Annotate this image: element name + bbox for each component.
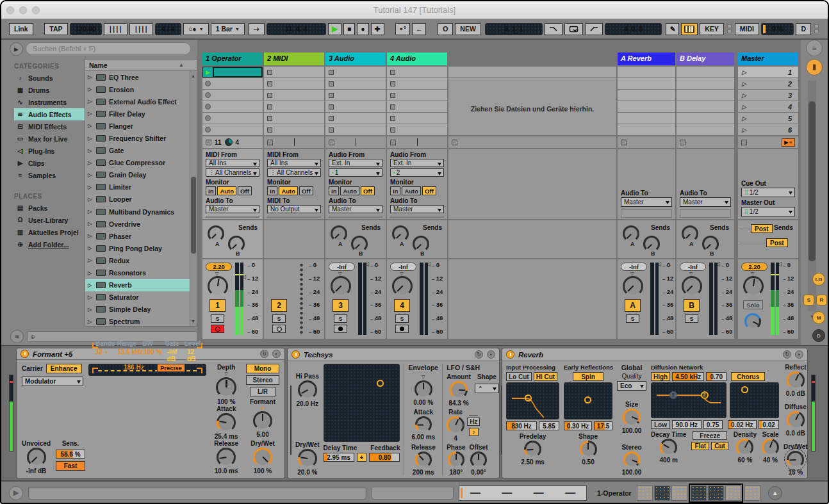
- send-a-knob[interactable]: [623, 225, 639, 242]
- monitor-off-button[interactable]: Off: [422, 186, 436, 195]
- device-thumbnail[interactable]: [671, 485, 687, 501]
- diffusion-filter-display[interactable]: 1 2: [651, 382, 726, 418]
- monitor-off-button[interactable]: Off: [361, 186, 375, 195]
- save-preset-icon[interactable]: ▪: [272, 350, 281, 358]
- clip-slot[interactable]: [387, 101, 447, 112]
- volume-knob[interactable]: [392, 276, 413, 297]
- stereo-knob[interactable]: [623, 451, 640, 468]
- nudge-down-button[interactable]: ∣∣∣∣: [104, 23, 127, 35]
- slot-stop-button[interactable]: [390, 70, 395, 75]
- low-freq-slider[interactable]: 90.0 Hz: [672, 420, 702, 429]
- device-thumbnail[interactable]: [691, 485, 707, 501]
- volume-knob[interactable]: [623, 276, 643, 297]
- send-a-knob[interactable]: [208, 225, 224, 242]
- tap-tempo-button[interactable]: TAP: [44, 23, 67, 35]
- sends-section-toggle[interactable]: S: [803, 295, 814, 305]
- io-dropdown[interactable]: Master: [390, 205, 444, 213]
- track-title-2-midi[interactable]: 2 MIDI: [264, 53, 324, 65]
- clip-stop-all-button[interactable]: [267, 140, 273, 145]
- track-activator-button[interactable]: 3: [332, 299, 349, 312]
- time-signature-display[interactable]: 4 / 4: [155, 23, 181, 35]
- capture-midi-button[interactable]: O: [438, 23, 453, 35]
- carrier-source-dropdown[interactable]: Modulator: [22, 377, 83, 386]
- io-dropdown[interactable]: Ext. In: [390, 159, 444, 167]
- scene-4[interactable]: ▷4: [738, 101, 798, 112]
- session-view-toggle[interactable]: ⫴: [806, 59, 823, 76]
- arm-button[interactable]: [272, 325, 286, 333]
- playing-clip[interactable]: [213, 67, 262, 77]
- sidebar-item-drums[interactable]: ▦Drums: [14, 84, 85, 96]
- volume-value[interactable]: -Inf: [680, 263, 706, 271]
- solo-button[interactable]: S: [272, 314, 286, 323]
- clip-slot[interactable]: [264, 124, 324, 135]
- sidebar-item-clips[interactable]: ▶Clips: [14, 157, 85, 169]
- list-item-gate[interactable]: ▷Gate: [85, 145, 197, 157]
- volume-value[interactable]: -Inf: [621, 263, 647, 271]
- fast-button[interactable]: Fast: [56, 461, 85, 471]
- scene-play-icon[interactable]: ▷: [742, 127, 746, 133]
- low-gain-slider[interactable]: 0.75: [703, 420, 723, 429]
- volume-value[interactable]: -Inf: [329, 263, 355, 271]
- formant-display[interactable]: Bands Range BW Gate Level 32 ▼ 13.6 kHz …: [88, 364, 206, 376]
- spin-display[interactable]: [564, 382, 612, 419]
- solo-button[interactable]: S: [395, 314, 409, 323]
- shape-knob[interactable]: [580, 441, 597, 458]
- sidebar-item-aktuelles-projel[interactable]: ▥Aktuelles Projel: [14, 226, 85, 238]
- lr-button[interactable]: L/R: [250, 387, 275, 396]
- return-activator-button[interactable]: B: [684, 299, 700, 312]
- range-low-value[interactable]: 186 Hz: [124, 364, 157, 372]
- clip-slot[interactable]: [264, 90, 324, 101]
- track-title-b-delay[interactable]: B Delay: [677, 53, 734, 65]
- track-title-4-audio[interactable]: 4 Audio: [387, 53, 447, 65]
- sidebar-item-plug-ins[interactable]: ◁Plug-Ins: [14, 145, 85, 157]
- io-dropdown[interactable]: No Output: [267, 205, 321, 213]
- slot-record-button[interactable]: [205, 81, 211, 86]
- volume-value[interactable]: 2.20: [206, 263, 232, 271]
- list-item-multiband-dynamics[interactable]: ▷Multiband Dynamics: [85, 206, 197, 218]
- volume-knob[interactable]: [331, 276, 351, 297]
- sidebar-item-instruments[interactable]: ∿Instruments: [14, 96, 85, 108]
- master-out-dropdown[interactable]: ⣿1/2: [741, 207, 795, 216]
- sidebar-item-sounds[interactable]: ♪Sounds: [14, 72, 85, 84]
- list-item-frequency-shifter[interactable]: ▷Frequency Shifter: [85, 132, 197, 144]
- sidebar-item-user-library[interactable]: ΩUser-Library: [14, 214, 85, 226]
- clip-stop-all-button[interactable]: [390, 140, 396, 145]
- lfo-offset-knob[interactable]: [470, 451, 487, 468]
- delay-time-slider[interactable]: 2.95 ms: [324, 453, 354, 462]
- volume-value[interactable]: 2.20: [741, 263, 767, 271]
- slot-stop-button[interactable]: [390, 81, 395, 86]
- clip-slot[interactable]: [202, 124, 263, 135]
- key-map-button[interactable]: KEY: [700, 23, 724, 35]
- sidebar-item-packs[interactable]: ▤Packs: [14, 202, 85, 214]
- link-button[interactable]: +: [357, 453, 367, 462]
- save-preset-icon[interactable]: ▪: [795, 350, 803, 359]
- audio-to-dropdown[interactable]: Master: [621, 197, 672, 207]
- disk-overload-button[interactable]: D: [796, 23, 811, 35]
- slot-stop-button[interactable]: [329, 116, 334, 121]
- cue-volume-knob[interactable]: [744, 313, 761, 330]
- drywet-knob[interactable]: [253, 448, 272, 467]
- save-preset-icon[interactable]: ▪: [487, 350, 495, 359]
- clip-slot[interactable]: [264, 78, 324, 89]
- slot-stop-button[interactable]: [390, 93, 395, 98]
- track-activator-button[interactable]: 1: [209, 299, 226, 312]
- io-dropdown[interactable]: Ext. In: [329, 159, 382, 167]
- monitor-auto-button[interactable]: Auto: [402, 186, 421, 195]
- precise-button[interactable]: Precise: [157, 364, 185, 372]
- slot-stop-button[interactable]: [267, 93, 272, 98]
- scene-play-icon[interactable]: ▷: [742, 104, 746, 110]
- device-chain-overview[interactable]: [637, 484, 760, 503]
- mixer-section-toggle[interactable]: M: [812, 311, 825, 324]
- channel-dropdown[interactable]: ▪2: [390, 168, 444, 177]
- clip-slot[interactable]: [202, 90, 263, 101]
- clip-slot[interactable]: [387, 90, 447, 101]
- arm-button[interactable]: [211, 325, 224, 333]
- scene-6[interactable]: ▷6: [738, 124, 798, 135]
- scene-play-icon[interactable]: ▷: [742, 81, 746, 87]
- flat-button[interactable]: Flat: [691, 442, 709, 450]
- preview-toggle-button[interactable]: ≋: [10, 330, 24, 343]
- slot-stop-button[interactable]: [329, 104, 334, 110]
- bands-dropdown[interactable]: 32 ▼: [95, 348, 118, 362]
- clip-stop-all-button[interactable]: [741, 140, 747, 145]
- scene-5[interactable]: ▷5: [738, 113, 798, 124]
